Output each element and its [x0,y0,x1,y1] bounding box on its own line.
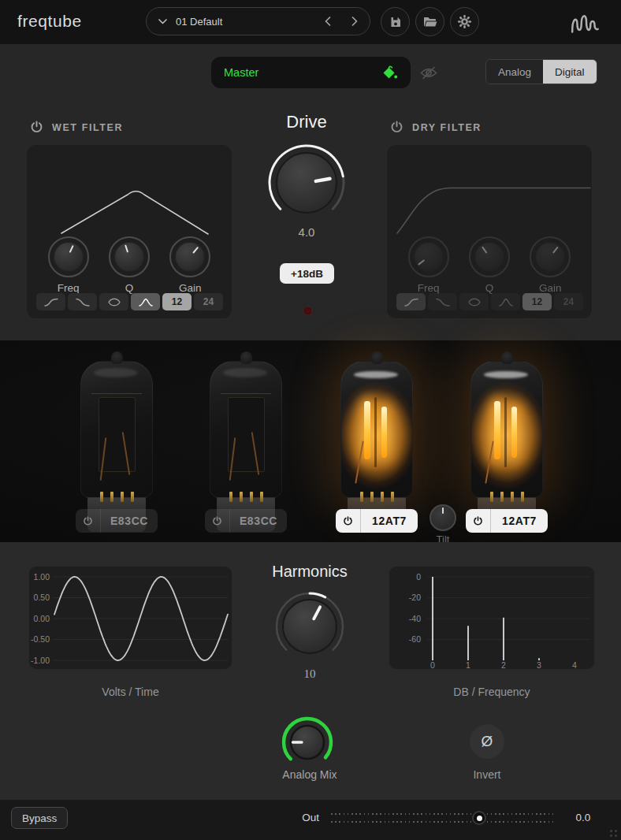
wet-q-knob[interactable]: Q [101,236,158,294]
color-fill-icon[interactable] [381,65,398,80]
dry-filter-type-row: 12 24 [396,293,583,310]
out-slider-handle[interactable] [472,811,486,825]
spectrum-panel: 0 -20 -40 -60 0 1 2 3 4 [389,566,595,670]
power-icon [343,516,353,526]
knob-label: Q [485,282,494,294]
mode-toggle: Analog Digital [485,59,597,84]
dry-peak-button[interactable] [491,293,520,310]
wet-freq-knob[interactable]: Freq [40,236,97,294]
mode-digital-button[interactable]: Digital [543,60,597,84]
drive-knob[interactable] [263,139,350,226]
dry-freq-knob[interactable]: Freq [400,236,457,294]
dry-q-knob[interactable]: Q [461,236,518,294]
invert-phase-icon: Ø [482,733,493,749]
tube-label: E83CC [101,515,158,527]
tube-4 [470,351,543,532]
wet-peak-button[interactable] [131,293,160,310]
svg-text:-60: -60 [409,634,421,644]
analog-mix-label: Analog Mix [258,768,361,781]
spectrum-caption: DB / Frequency [389,686,595,698]
wet-filter-panel: Freq Q Gain 12 24 [26,144,232,319]
knob-label: Gain [179,282,202,294]
wet-bandpass-button[interactable] [99,293,128,310]
brand-waveform-icon [565,6,608,39]
tube-2 [210,351,282,532]
svg-text:0: 0 [430,660,435,669]
tube-3 [340,351,413,532]
scope-chart: 1.00 0.50 0.00 -0.50 -1.00 [29,567,232,669]
wet-filter-title: WET FILTER [52,122,123,133]
dry-lowpass-button[interactable] [428,293,457,310]
analog-mix-knob[interactable] [277,712,337,772]
channel-name: Master [224,66,258,79]
drive-knob-pointer [316,179,330,181]
save-preset-button[interactable] [381,7,410,36]
svg-text:0.50: 0.50 [34,593,50,602]
wet-lowpass-button[interactable] [68,293,97,310]
svg-text:1.00: 1.00 [34,572,50,582]
knob-label: Freq [418,282,440,294]
svg-text:0.00: 0.00 [34,614,50,623]
tube-label: 12AT7 [361,515,418,527]
preset-next-button[interactable] [351,17,358,26]
wet-slope-24-button[interactable]: 24 [194,293,223,310]
gear-icon [457,14,472,29]
invert-label: Invert [456,768,519,781]
invert-button[interactable]: Ø [470,724,504,759]
wet-filter-curve [27,147,233,240]
dry-filter-knobs: Freq Q Gain [387,236,592,294]
svg-text:-1.00: -1.00 [31,656,50,665]
wet-filter-power-button[interactable] [30,121,43,134]
footer-bar: Bypass Out 0.0 [0,800,621,840]
harmonics-knob[interactable] [270,587,349,666]
knob-label: Q [125,282,134,294]
wet-slope-12-button[interactable]: 12 [162,293,192,310]
bypass-button[interactable]: Bypass [11,807,68,829]
tube-1-toggle[interactable]: E83CC [76,509,158,533]
mode-analog-button[interactable]: Analog [486,60,543,84]
resize-grip[interactable] [610,830,617,837]
preset-prev-button[interactable] [325,17,331,26]
harmonics-title: Harmonics [255,563,365,581]
folder-open-icon [423,16,437,28]
power-icon [473,516,483,526]
dry-highpass-button[interactable] [396,293,426,310]
slope-label: 12 [172,296,182,307]
tube-3-toggle[interactable]: 12AT7 [336,509,418,533]
hide-ui-button[interactable] [419,65,438,80]
svg-text:4: 4 [572,660,577,669]
slope-label: 24 [563,296,574,307]
wet-highpass-button[interactable] [36,293,65,310]
out-gain-slider[interactable] [331,811,553,825]
tube-label: E83CC [230,515,287,527]
channel-name-field[interactable]: Master [211,57,411,88]
out-label: Out [280,812,319,823]
dry-bandpass-button[interactable] [459,293,489,310]
tube-2-toggle[interactable]: E83CC [205,509,287,533]
svg-text:2: 2 [501,660,506,669]
dry-filter-curve [387,147,593,240]
load-preset-button[interactable] [415,7,444,36]
power-icon [83,516,93,526]
settings-button[interactable] [450,7,479,36]
boost-18db-button[interactable]: +18dB [280,263,334,284]
tube-4-toggle[interactable]: 12AT7 [466,509,548,533]
dry-gain-knob[interactable]: Gain [522,236,578,294]
wet-filter-type-row: 12 24 [36,293,223,310]
top-bar: freqtube 01 Default [0,0,621,44]
preset-selector[interactable]: 01 Default [146,7,370,35]
spectrum-chart: 0 -20 -40 -60 0 1 2 3 4 [389,567,594,669]
out-value: 0.0 [563,812,603,823]
dry-filter-power-button[interactable] [390,121,403,134]
dry-slope-24-button[interactable]: 24 [554,293,583,310]
tilt-knob[interactable] [429,504,456,531]
wet-gain-knob[interactable]: Gain [162,236,218,294]
dry-slope-12-button[interactable]: 12 [522,293,552,310]
save-icon [389,16,402,28]
scope-caption: Volts / Time [28,686,232,698]
svg-text:-0.50: -0.50 [31,634,50,644]
dry-filter-header: DRY FILTER [390,121,482,134]
freqtube-plugin-window: freqtube 01 Default [0,0,621,840]
eye-off-icon [420,66,437,80]
wet-filter-header: WET FILTER [30,121,123,134]
